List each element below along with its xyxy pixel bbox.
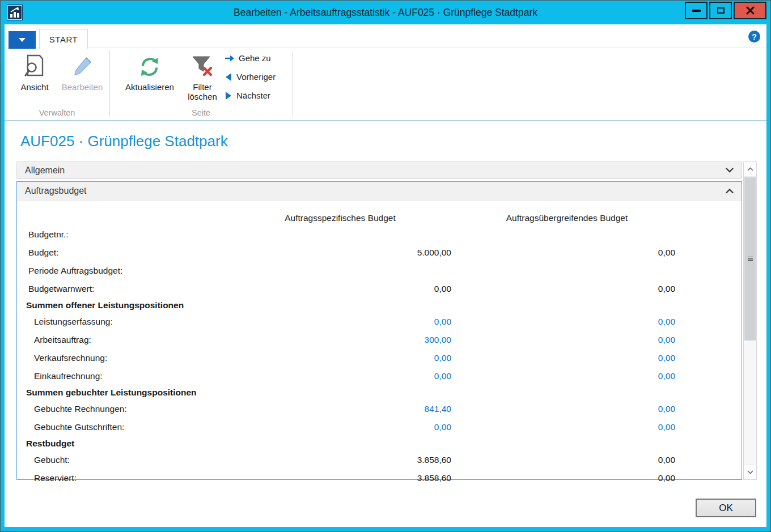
naechster-label: Nächster [236,91,270,100]
document-search-icon [14,52,56,82]
row-label: Einkaufrechnung: [17,371,103,381]
ribbon: START ? Ansicht [5,24,766,121]
ribbon-body: Ansicht Bearbeiten Verwalten [5,48,766,121]
row-label: Verkaufsrechnung: [17,353,107,363]
filter-loeschen-label: Filter löschen [183,82,222,101]
pencil-icon [57,52,108,82]
row-label: Arbeitsauftrag: [17,335,91,345]
table-field-row: Leistungserfassung:0,000,00 [17,313,742,331]
budget-table: Auftragsspezifisches Budget Auftragsüber… [17,201,742,480]
table-field-row: Periode Auftragsbudget: [17,262,742,280]
maximize-button[interactable] [709,2,732,19]
row-label: Summen gebuchter Leistungspositionen [17,388,197,398]
value-auftragsspezifisch[interactable]: 0,00 [266,353,451,363]
window-title: Bearbeiten - Arbeitsauftragsstatistik - … [1,1,770,24]
ok-button[interactable]: OK [696,499,756,517]
ansicht-label: Ansicht [14,82,56,92]
table-field-row: Gebuchte Gutschriften:0,000,00 [17,418,742,436]
value-auftragsuebergreifend[interactable]: 0,00 [493,422,675,432]
table-field-row: Gebuchte Rechnungen:841,400,00 [17,400,742,418]
table-field-row: Verkaufsrechnung:0,000,00 [17,349,742,367]
scrollbar-grip-icon [748,257,753,261]
row-label: Gebuchte Gutschriften: [17,422,124,432]
triangle-left-icon [224,73,232,82]
table-field-row: Budgetwarnwert:0,000,00 [17,280,742,298]
table-field-row: Reserviert:3.858,600,00 [17,469,742,487]
aktualisieren-label: Aktualisieren [118,82,181,92]
fasttab-allgemein-label: Allgemein [25,165,65,176]
row-label: Summen offener Leistungspositionen [17,300,184,310]
scroll-down-button[interactable] [744,465,756,479]
row-label: Budget: [17,248,58,258]
column-header-auftragsuebergreifend: Auftragsübergreifendes Budget [414,213,720,223]
close-button[interactable] [734,2,766,19]
application-menu-button[interactable] [9,31,36,49]
window-controls [685,2,766,19]
group-label-seite: Seite [109,108,293,117]
clear-filter-icon [183,52,222,82]
page-content: AUF025 · Grünpflege Stadtpark Allgemein … [5,121,766,527]
minimize-button[interactable] [685,2,708,19]
value-auftragsuebergreifend: 0,00 [493,455,675,465]
table-field-row: Arbeitsauftrag:300,000,00 [17,331,742,349]
bearbeiten-label: Bearbeiten [57,82,108,92]
close-icon [746,6,755,15]
value-auftragsspezifisch: 5.000,00 [266,248,451,258]
fasttab-auftragsbudget-label: Auftragsbudget [25,186,87,196]
ansicht-button[interactable]: Ansicht [14,52,56,92]
tab-start[interactable]: START [39,29,88,49]
minimize-icon [692,10,701,12]
gehe-zu-button[interactable]: Gehe zu [224,50,276,66]
filter-loeschen-button[interactable]: Filter löschen [183,52,222,101]
fasttab-auftragsbudget-panel: Auftragsbudget Auftragsspezifisches Budg… [16,181,742,480]
value-auftragsuebergreifend: 0,00 [493,284,675,294]
app-window: Bearbeiten - Arbeitsauftragsstatistik - … [0,0,771,532]
value-auftragsuebergreifend[interactable]: 0,00 [493,317,675,327]
fasttab-allgemein[interactable]: Allgemein [16,161,742,179]
row-label: Budgetwarnwert: [17,284,94,294]
vorheriger-button[interactable]: Vorheriger [224,69,276,84]
value-auftragsuebergreifend[interactable]: 0,00 [493,404,675,414]
bearbeiten-button: Bearbeiten [57,52,108,92]
fasttab-auftragsbudget[interactable]: Auftragsbudget [17,182,742,201]
row-label: Leistungserfassung: [17,317,113,327]
arrow-right-icon [224,54,235,62]
row-label: Periode Auftragsbudget: [17,266,122,276]
help-icon[interactable]: ? [748,31,760,42]
value-auftragsspezifisch[interactable]: 300,00 [266,335,451,345]
chevron-down-icon [747,470,753,474]
value-auftragsspezifisch[interactable]: 0,00 [266,422,451,432]
chevron-down-icon [19,38,26,42]
chevron-up-icon [747,167,753,171]
table-field-row: Gebucht:3.858,600,00 [17,451,742,469]
value-auftragsuebergreifend[interactable]: 0,00 [493,371,675,381]
chevron-up-icon [726,189,734,194]
value-auftragsspezifisch[interactable]: 0,00 [266,317,451,327]
value-auftragsspezifisch: 3.858,60 [266,473,451,483]
value-auftragsuebergreifend[interactable]: 0,00 [493,353,675,363]
gehe-zu-label: Gehe zu [239,53,271,63]
scroll-up-button[interactable] [744,162,756,177]
table-section-row: Summen gebuchter Leistungspositionen [17,385,742,400]
table-field-row: Budget:5.000,000,00 [17,244,742,262]
value-auftragsuebergreifend[interactable]: 0,00 [493,335,675,345]
aktualisieren-button[interactable]: Aktualisieren [118,52,181,92]
table-field-row: Budgetnr.: [17,225,742,244]
ribbon-tabstrip: START ? [5,24,766,48]
row-label: Reserviert: [17,473,77,483]
page-navigation-buttons: Gehe zu Vorheriger Nächster [224,50,276,107]
value-auftragsspezifisch: 3.858,60 [266,455,451,465]
scrollbar-thumb[interactable] [744,177,756,341]
group-divider [109,50,110,117]
value-auftragsspezifisch[interactable]: 0,00 [266,371,451,381]
vertical-scrollbar[interactable] [743,161,757,480]
naechster-button[interactable]: Nächster [224,88,276,103]
row-label: Budgetnr.: [17,229,69,240]
table-section-row: Summen offener Leistungspositionen [17,298,742,313]
chevron-down-icon [726,168,734,173]
vorheriger-label: Vorheriger [236,72,276,82]
titlebar: Bearbeiten - Arbeitsauftragsstatistik - … [1,1,770,24]
value-auftragsspezifisch[interactable]: 841,40 [266,404,451,414]
page-title: AUF025 · Grünpflege Stadtpark [20,133,228,150]
budget-table-headers: Auftragsspezifisches Budget Auftragsüber… [17,213,742,225]
